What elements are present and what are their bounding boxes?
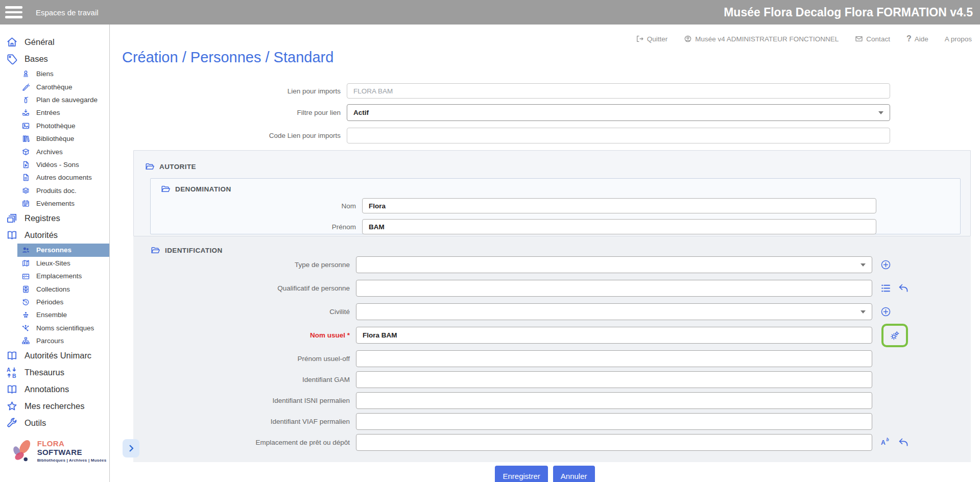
sidebar-item-collections[interactable]: Collections: [0, 282, 109, 295]
hamburger-menu-icon[interactable]: [5, 6, 23, 18]
sidebar-item-annotations[interactable]: Annotations: [0, 381, 109, 398]
sidebar: GénéralBasesBiensCarothèquePlan de sauve…: [0, 25, 110, 482]
civilite-select[interactable]: [356, 303, 872, 320]
sidebar-item-label: Général: [25, 37, 55, 47]
plus-circle-icon[interactable]: [880, 259, 891, 270]
logo-tagline: Bibliothèques | Archives | Musées: [37, 458, 109, 463]
user-icon: [684, 35, 692, 43]
header-link-label: Quitter: [647, 35, 668, 43]
row-actions: [880, 259, 891, 270]
gears-icon[interactable]: [890, 330, 900, 341]
header-link-musee-v4-administrateur-fonctionnel[interactable]: Musée v4 ADMINISTRATEUR FONCTIONNEL: [684, 35, 839, 43]
sidebar-item-mes-recherches[interactable]: Mes recherches: [0, 398, 109, 415]
topbar: Espaces de travail Musée Flora Decalog F…: [0, 0, 980, 25]
sidebar-item-carotheque[interactable]: Carothèque: [0, 80, 109, 93]
ab-icon[interactable]: Ab: [880, 437, 891, 448]
sidebar-item-periodes[interactable]: Périodes: [0, 296, 109, 308]
open-book-icon: [6, 350, 18, 362]
sidebar-item-produits-doc[interactable]: Produits doc.: [0, 184, 109, 197]
prenom-input[interactable]: BAM: [362, 219, 876, 234]
identifiant-gam-input[interactable]: [356, 371, 872, 388]
field-row-emplacement-de-pret-ou-depot: Emplacement de prêt ou dépôtAb: [133, 434, 971, 451]
sidebar-item-noms-scientifiques[interactable]: Noms scientifiques: [0, 322, 109, 334]
sidebar-item-parcours[interactable]: Parcours: [0, 334, 109, 347]
workspace-label[interactable]: Espaces de travail: [36, 8, 99, 17]
header-link-quitter[interactable]: Quitter: [636, 35, 668, 43]
sidebar-item-label: Biens: [36, 70, 54, 78]
header-links: QuitterMusée v4 ADMINISTRATEUR FONCTIONN…: [110, 32, 980, 46]
sidebar-item-outils[interactable]: Outils: [0, 415, 109, 431]
star-icon: [6, 400, 18, 412]
nom-usuel-input[interactable]: Flora BAM: [356, 327, 872, 344]
sidebar-item-autorites-unimarc[interactable]: Autorités Unimarc: [0, 347, 109, 364]
header-link-label: Aide: [915, 35, 928, 43]
folder-icon[interactable]: [145, 162, 154, 171]
identifiant-isni-permalien-input[interactable]: [356, 392, 872, 409]
field-value: FLORA BAM: [353, 87, 393, 95]
dropdown-arrow-icon: [861, 310, 866, 314]
sidebar-item-label: Produits doc.: [36, 187, 77, 195]
history-icon: [21, 298, 30, 306]
sidebar-item-biens[interactable]: Biens: [0, 67, 109, 80]
sidebar-item-emplacements[interactable]: Emplacements: [0, 270, 109, 282]
qualificatif-de-personne-input[interactable]: [356, 280, 872, 297]
header-link-a-propos[interactable]: A propos: [945, 35, 972, 43]
field-row-type-de-personne: Type de personne: [133, 256, 971, 273]
header-link-label: A propos: [945, 35, 972, 43]
sidebar-item-lieux-sites[interactable]: Lieux-Sites: [0, 257, 109, 270]
form-panel: AUTORITE DENOMINATION NomFloraPrénomBAM …: [133, 150, 971, 462]
cancel-button[interactable]: Annuler: [553, 466, 595, 482]
sidebar-item-registres[interactable]: Registres: [0, 210, 109, 227]
sidebar-item-entrees[interactable]: Entrées: [0, 106, 109, 119]
folder-icon[interactable]: [151, 246, 160, 255]
type-de-personne-select[interactable]: [356, 256, 872, 273]
sidebar-item-personnes[interactable]: Personnes: [17, 244, 109, 256]
field-row-nom: NomFlora: [151, 198, 960, 213]
sidebar-item-label: Périodes: [36, 298, 63, 306]
code-lien-pour-imports-input[interactable]: [347, 128, 890, 143]
cluster-icon: [21, 310, 30, 319]
sidebar-item-videos-sons[interactable]: Vidéos - Sons: [0, 158, 109, 171]
sidebar-item-label: Autorités: [25, 230, 58, 240]
field-label: Identifiant ISNI permalien: [133, 397, 350, 404]
header-link-contact[interactable]: Contact: [855, 35, 890, 43]
identifiant-viaf-permalien-input[interactable]: [356, 413, 872, 430]
dropdown-arrow-icon: [861, 263, 866, 267]
sidebar-item-plan-de-sauvegarde[interactable]: Plan de sauvegarde: [0, 93, 109, 106]
list-icon[interactable]: [880, 283, 891, 294]
filtre-pour-lien-select[interactable]: Actif: [347, 104, 890, 121]
header-link-aide[interactable]: ?Aide: [906, 34, 928, 43]
field-row-identifiant-viaf-permalien: Identifiant VIAF permalien: [133, 413, 971, 430]
sidebar-item-autres-documents[interactable]: Autres documents: [0, 171, 109, 184]
sidebar-item-label: Registres: [25, 213, 60, 223]
nom-input[interactable]: Flora: [362, 198, 876, 213]
sidebar-item-bibliotheque[interactable]: Bibliothèque: [0, 132, 109, 145]
sidebar-item-label: Annotations: [25, 384, 69, 394]
prenom-usuel-off-input[interactable]: [356, 350, 872, 367]
svg-text:b: b: [886, 437, 889, 442]
page-title: Création / Personnes / Standard: [122, 49, 333, 66]
bust-icon: [21, 69, 30, 78]
plus-circle-icon[interactable]: [880, 306, 891, 317]
sidebar-item-label: Outils: [25, 418, 46, 428]
lien-pour-imports-input[interactable]: FLORA BAM: [347, 83, 890, 99]
denomination-title: DENOMINATION: [175, 185, 231, 193]
sidebar-item-ensemble[interactable]: Ensemble: [0, 308, 109, 321]
sidebar-item-general[interactable]: Général: [0, 34, 109, 51]
sidebar-item-phototheque[interactable]: Photothèque: [0, 119, 109, 132]
sidebar-item-evenements[interactable]: Evènements: [0, 197, 109, 210]
field-row-prenom-usuel-off: Prénom usuel-off: [133, 350, 971, 367]
emplacement-de-pret-ou-depot-input[interactable]: [356, 434, 872, 451]
row-actions: [880, 328, 908, 343]
save-button[interactable]: Enregistrer: [495, 466, 547, 482]
svg-text:A: A: [881, 439, 886, 446]
sidebar-item-label: Carothèque: [36, 83, 73, 91]
sidebar-item-thesaurus[interactable]: ABThesaurus: [0, 364, 109, 381]
sidebar-item-autorites[interactable]: Autorités: [0, 227, 109, 244]
sidebar-item-bases[interactable]: Bases: [0, 51, 109, 67]
expand-panel-button[interactable]: [123, 439, 139, 457]
undo-icon[interactable]: [898, 437, 909, 448]
sidebar-item-archives[interactable]: Archives: [0, 145, 109, 158]
undo-icon[interactable]: [898, 283, 909, 294]
sidebar-item-label: Autorités Unimarc: [25, 351, 91, 360]
